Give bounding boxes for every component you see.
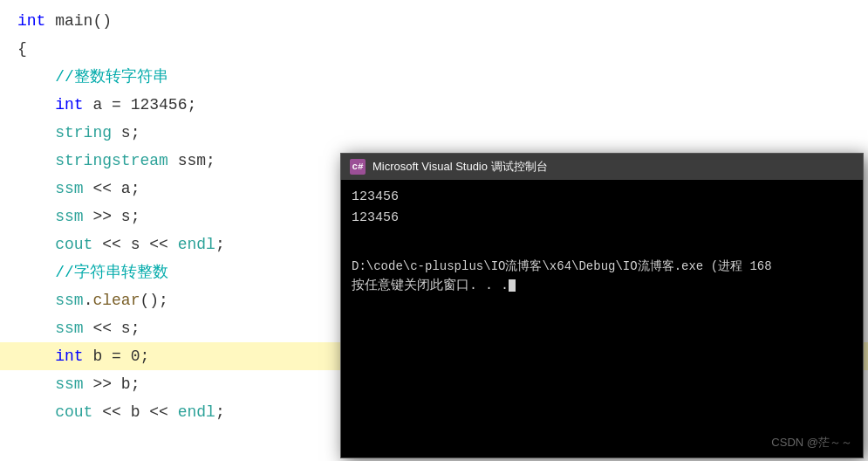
- terminal-output-press-key: 按任意键关闭此窗口. . .: [352, 276, 852, 297]
- keyword-endl: endl: [178, 403, 215, 421]
- code-line: //整数转字符串: [17, 63, 868, 91]
- code-text: ();: [140, 292, 167, 309]
- code-line: string s;: [17, 119, 868, 147]
- code-text: >> s;: [84, 208, 140, 225]
- var-ssm: ssm: [55, 320, 83, 337]
- code-text: >> b;: [84, 375, 140, 393]
- code-text: [17, 124, 55, 141]
- var-ssm: ssm: [55, 208, 83, 225]
- code-text: [17, 152, 55, 169]
- terminal-titlebar: c# Microsoft Visual Studio 调试控制台: [341, 154, 863, 180]
- var-ssm: ssm: [55, 292, 83, 309]
- code-text: s;: [112, 124, 140, 141]
- var-ssm: ssm: [55, 180, 83, 197]
- keyword-cout: cout: [55, 236, 92, 253]
- keyword-int: int: [55, 96, 83, 114]
- code-text: [17, 236, 55, 253]
- code-text: << b <<: [92, 403, 177, 421]
- keyword-stringstream: stringstream: [55, 152, 168, 169]
- code-text: {: [17, 40, 27, 58]
- keyword-int: int: [55, 347, 83, 365]
- code-text: main(): [45, 12, 112, 30]
- code-text: [17, 180, 55, 197]
- code-text: b = 0;: [84, 347, 150, 365]
- code-text: << s;: [84, 320, 140, 337]
- fn-clear: clear: [92, 292, 140, 309]
- terminal-window: c# Microsoft Visual Studio 调试控制台 123456 …: [340, 153, 864, 458]
- terminal-output-line-1: 123456: [352, 187, 852, 208]
- comment-text: //字符串转整数: [17, 264, 168, 281]
- keyword-endl: endl: [178, 236, 215, 253]
- code-text: << s <<: [92, 236, 177, 253]
- watermark: CSDN @茫～～: [771, 435, 852, 451]
- comment-text: //整数转字符串: [17, 68, 168, 86]
- terminal-icon-label: c#: [352, 162, 363, 172]
- terminal-body: 123456 123456 D:\code\c-plusplus\IO流博客\x…: [341, 180, 863, 458]
- code-line: int a = 123456;: [17, 91, 868, 119]
- code-text: [17, 375, 55, 393]
- code-text: ssm;: [168, 152, 215, 169]
- keyword-int: int: [17, 12, 45, 30]
- terminal-output-blank: [352, 229, 852, 250]
- code-text: [17, 347, 55, 365]
- code-text: ;: [215, 403, 225, 421]
- code-text: [17, 96, 55, 114]
- code-text: [17, 292, 55, 309]
- code-text: ;: [215, 236, 225, 253]
- code-text: .: [84, 292, 93, 309]
- code-text: [17, 403, 55, 421]
- terminal-app-icon: c#: [350, 159, 366, 175]
- code-text: a = 123456;: [84, 96, 197, 114]
- terminal-title: Microsoft Visual Studio 调试控制台: [372, 159, 548, 175]
- terminal-output-line-2: 123456: [352, 208, 852, 229]
- code-text: [17, 208, 55, 225]
- code-line: {: [17, 35, 868, 63]
- var-ssm: ssm: [55, 375, 83, 393]
- keyword-cout: cout: [55, 403, 92, 421]
- terminal-output-path: D:\code\c-plusplus\IO流博客\x64\Debug\IO流博客…: [352, 257, 852, 276]
- keyword-string: string: [55, 124, 112, 141]
- code-text: << a;: [84, 180, 140, 197]
- code-text: [17, 320, 55, 337]
- terminal-cursor: [509, 279, 516, 292]
- code-line: int main(): [17, 7, 868, 35]
